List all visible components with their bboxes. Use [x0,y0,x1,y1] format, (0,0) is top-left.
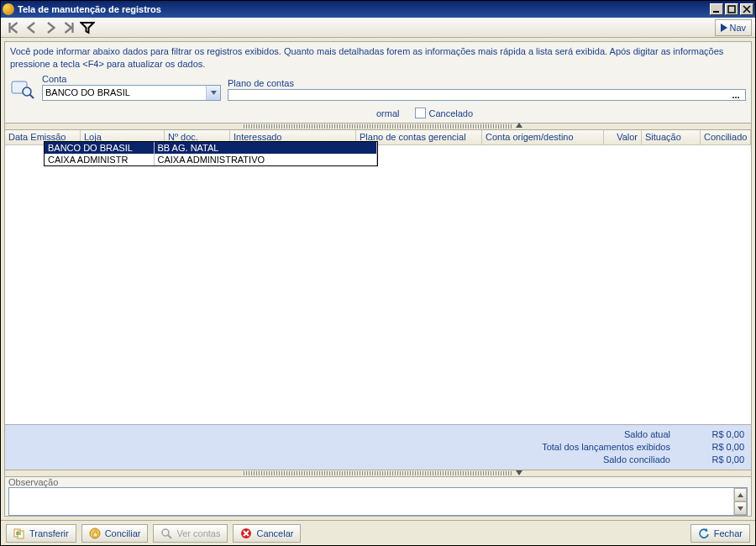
col-valor[interactable]: Valor [604,130,642,144]
plano-input[interactable] [228,90,727,100]
normal-label-fragment: ormal [376,108,400,118]
nav-next-icon[interactable] [43,20,58,35]
chevron-down-icon[interactable] [206,86,220,100]
observacao-textarea[interactable] [9,488,733,515]
totals-panel: Saldo atualR$ 0,00 Total dos lançamentos… [5,424,751,470]
transfer-icon [13,528,25,539]
filter-row: Conta BANCO DO BRASIL Plano de contas ..… [5,74,751,104]
observacao-block: Observação [5,477,751,516]
search-icon [10,79,35,101]
cancelado-label: Cancelado [429,108,474,118]
col-conciliado[interactable]: Conciliado [701,130,751,144]
nav-first-icon[interactable] [6,20,21,35]
conta-field: Conta BANCO DO BRASIL [42,74,221,101]
saldo-conc-label: Saldo conciliado [603,454,670,466]
window-title: Tela de manutenção de registros [18,4,708,14]
plano-field: Plano de contas ... [228,78,746,101]
svg-rect-0 [713,11,719,13]
scroll-up-icon[interactable] [734,488,747,501]
refresh-icon [698,528,710,539]
nav-button[interactable]: Nav [715,19,752,36]
titlebar: Tela de manutenção de registros [1,1,755,18]
filter-checkbox-row: ormal Cancelado [5,104,751,123]
svg-line-9 [168,535,171,538]
ver-contas-button[interactable]: Ver contas [153,524,228,543]
plano-input-wrap: ... [228,89,746,101]
total-lanc-label: Total dos lançamentos exibidos [542,441,670,454]
content-panel: Você pode informar abaixo dados para fil… [4,41,752,517]
nav-button-label: Nav [729,23,746,33]
splitter-top[interactable] [5,123,751,130]
cancelado-checkbox[interactable] [415,108,426,118]
maximize-button[interactable] [725,3,738,15]
nav-prev-icon[interactable] [24,20,39,35]
saldo-atual-value: R$ 0,00 [694,428,744,441]
total-lanc-value: R$ 0,00 [694,441,744,454]
nav-last-icon[interactable] [61,20,76,35]
svg-point-8 [162,529,169,536]
cancelar-button[interactable]: Cancelar [233,524,301,543]
saldo-conc-value: R$ 0,00 [694,454,744,466]
toolbar: Nav [1,18,755,38]
plano-lookup-button[interactable]: ... [727,90,745,100]
dropdown-option[interactable]: CAIXA ADMINISTR CAIXA ADMINISTRATIVO [45,154,377,165]
instructions-text: Você pode informar abaixo dados para fil… [5,42,751,74]
thumbs-up-icon [89,528,101,539]
splitter-bottom[interactable] [5,470,751,477]
conta-value: BANCO DO BRASIL [43,87,206,97]
minimize-button[interactable] [710,3,723,15]
button-bar: Transferir Conciliar Ver contas Cancelar… [1,520,755,545]
magnifier-icon [160,528,172,539]
fechar-button[interactable]: Fechar [690,524,750,543]
cancel-icon [240,528,252,539]
transferir-button[interactable]: Transferir [6,524,76,543]
col-situacao[interactable]: Situação [642,130,701,144]
app-window: Tela de manutenção de registros Nav Você… [0,0,756,546]
svg-rect-1 [728,6,735,13]
close-button[interactable] [740,3,753,15]
filter-icon[interactable] [80,20,95,35]
observacao-label: Observação [5,477,751,487]
scroll-down-icon[interactable] [734,501,747,515]
col-conta-origem[interactable]: Conta origem/destino [482,130,604,144]
conta-dropdown[interactable]: BANCO DO BRASIL BB AG. NATAL CAIXA ADMIN… [44,141,378,166]
svg-line-4 [30,94,34,98]
plano-label: Plano de contas [228,78,746,88]
conta-label: Conta [42,74,221,84]
observacao-scrollbar[interactable] [733,488,747,515]
conciliar-button[interactable]: Conciliar [81,524,149,543]
grid-body[interactable] [5,145,751,425]
app-icon [3,3,14,15]
saldo-atual-label: Saldo atual [624,428,670,441]
dropdown-option[interactable]: BANCO DO BRASIL BB AG. NATAL [45,142,377,154]
conta-combo[interactable]: BANCO DO BRASIL [42,85,221,101]
